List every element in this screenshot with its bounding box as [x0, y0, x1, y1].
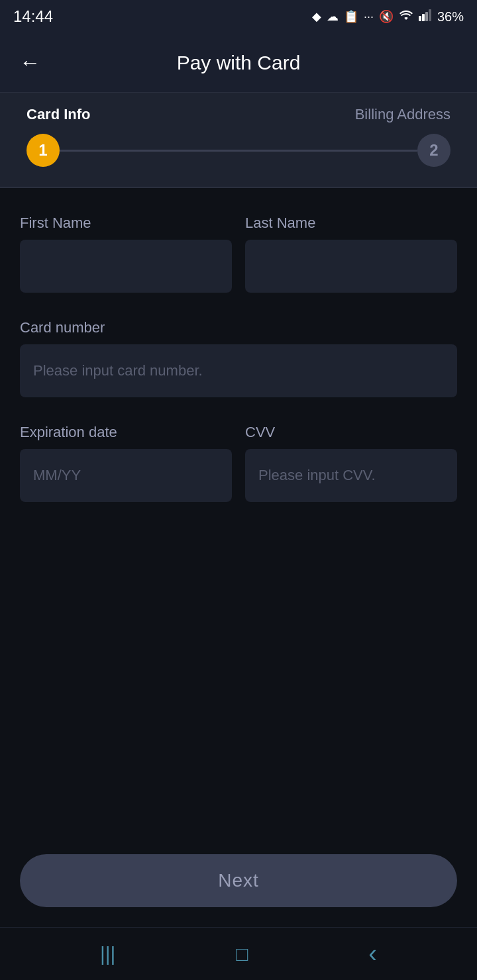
first-name-group: First Name	[20, 215, 232, 293]
cvv-group: CVV	[245, 424, 457, 502]
card-number-input[interactable]	[20, 344, 457, 397]
header: ← Pay with Card	[0, 33, 477, 93]
exp-cvv-row: Expiration date CVV	[20, 424, 457, 502]
nav-home-icon[interactable]: □	[236, 943, 248, 965]
name-row: First Name Last Name	[20, 215, 457, 293]
binance-icon: ◆	[312, 9, 321, 24]
status-icons: ◆ ☁ 📋 ··· 🔇 36%	[312, 9, 464, 24]
signal-icon	[419, 9, 432, 24]
step1-label: Card Info	[26, 106, 91, 123]
step-line	[60, 150, 417, 152]
mute-icon: 🔇	[379, 9, 394, 24]
nav-back-icon[interactable]: ‹	[368, 940, 377, 968]
step2-label: Billing Address	[355, 106, 450, 123]
svg-rect-0	[419, 16, 421, 21]
next-button[interactable]: Next	[20, 854, 457, 907]
svg-rect-1	[422, 14, 425, 21]
cvv-input[interactable]	[245, 449, 457, 502]
stepper-labels: Card Info Billing Address	[26, 106, 450, 123]
svg-rect-3	[429, 9, 431, 21]
card-number-group: Card number	[20, 319, 457, 397]
clipboard-icon: 📋	[344, 9, 358, 24]
back-button[interactable]: ←	[13, 46, 46, 79]
cloud-icon: ☁	[327, 9, 339, 24]
status-bar: 14:44 ◆ ☁ 📋 ··· 🔇 36%	[0, 0, 477, 33]
last-name-label: Last Name	[245, 215, 457, 232]
bottom-area: Next	[0, 841, 477, 927]
expiration-group: Expiration date	[20, 424, 232, 502]
stepper-track: 1 2	[26, 134, 450, 167]
step1-circle: 1	[26, 134, 60, 167]
step2-circle: 2	[417, 134, 450, 167]
expiration-input[interactable]	[20, 449, 232, 502]
stepper: Card Info Billing Address 1 2	[0, 93, 477, 188]
wifi-icon	[399, 9, 413, 24]
expiration-label: Expiration date	[20, 424, 232, 441]
more-icon: ···	[364, 10, 374, 24]
last-name-input[interactable]	[245, 240, 457, 293]
back-arrow-icon: ←	[19, 50, 40, 75]
card-number-label: Card number	[20, 319, 457, 336]
cvv-label: CVV	[245, 424, 457, 441]
last-name-group: Last Name	[245, 215, 457, 293]
first-name-label: First Name	[20, 215, 232, 232]
nav-menu-icon[interactable]: |||	[100, 943, 115, 965]
page-title: Pay with Card	[46, 52, 431, 74]
status-time: 14:44	[13, 7, 53, 26]
nav-bar: ||| □ ‹	[0, 927, 477, 980]
form-area: First Name Last Name Card number Expirat…	[0, 188, 477, 841]
battery-indicator: 36%	[437, 9, 464, 24]
svg-rect-2	[425, 12, 428, 21]
first-name-input[interactable]	[20, 240, 232, 293]
